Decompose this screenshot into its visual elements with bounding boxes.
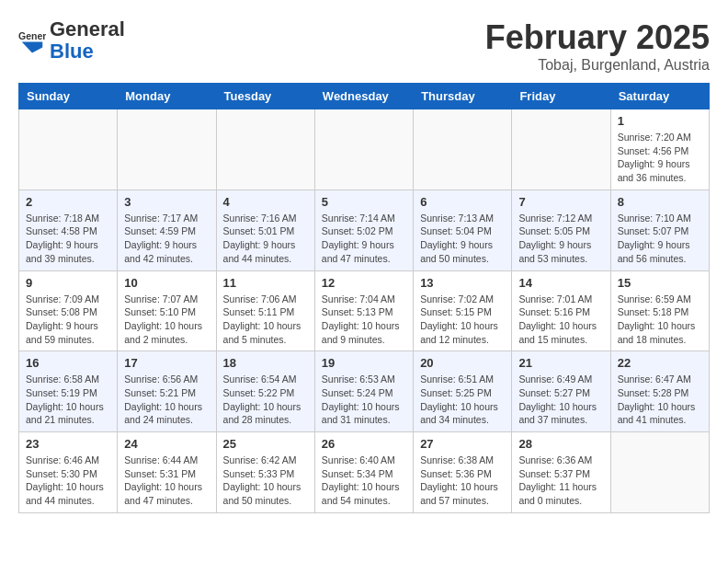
day-info: Sunrise: 6:53 AMSunset: 5:24 PMDaylight:… — [322, 373, 406, 427]
table-cell: 10Sunrise: 7:07 AMSunset: 5:10 PMDayligh… — [118, 270, 216, 351]
day-number: 7 — [518, 195, 603, 209]
day-info: Sunrise: 6:36 AMSunset: 5:37 PMDaylight:… — [518, 454, 603, 508]
header-wednesday: Wednesday — [314, 84, 413, 109]
svg-marker-1 — [22, 42, 43, 53]
table-cell: 6Sunrise: 7:13 AMSunset: 5:04 PMDaylight… — [414, 190, 512, 270]
header-friday: Friday — [512, 84, 610, 109]
table-cell: 21Sunrise: 6:49 AMSunset: 5:27 PMDayligh… — [512, 351, 610, 432]
table-cell — [118, 109, 216, 190]
day-info: Sunrise: 7:17 AMSunset: 4:59 PMDaylight:… — [124, 212, 209, 266]
day-number: 18 — [223, 356, 308, 370]
day-number: 24 — [124, 437, 209, 451]
day-number: 21 — [518, 356, 603, 370]
logo-text: GeneralBlue — [50, 18, 125, 63]
table-cell: 22Sunrise: 6:47 AMSunset: 5:28 PMDayligh… — [610, 351, 709, 432]
table-cell: 8Sunrise: 7:10 AMSunset: 5:07 PMDaylight… — [610, 190, 709, 270]
day-info: Sunrise: 6:56 AMSunset: 5:21 PMDaylight:… — [124, 373, 209, 427]
day-number: 1 — [618, 114, 702, 128]
day-number: 6 — [420, 195, 505, 209]
day-number: 3 — [124, 195, 209, 209]
day-info: Sunrise: 6:49 AMSunset: 5:27 PMDaylight:… — [518, 373, 603, 427]
table-cell: 26Sunrise: 6:40 AMSunset: 5:34 PMDayligh… — [314, 432, 413, 513]
header-monday: Monday — [118, 84, 216, 109]
day-info: Sunrise: 6:44 AMSunset: 5:31 PMDaylight:… — [124, 454, 209, 508]
calendar-header-row: Sunday Monday Tuesday Wednesday Thursday… — [19, 84, 710, 109]
table-cell: 14Sunrise: 7:01 AMSunset: 5:16 PMDayligh… — [512, 270, 610, 351]
logo-icon: General — [18, 27, 46, 54]
table-cell: 7Sunrise: 7:12 AMSunset: 5:05 PMDaylight… — [512, 190, 610, 270]
calendar-week-4: 16Sunrise: 6:58 AMSunset: 5:19 PMDayligh… — [19, 351, 710, 432]
day-number: 10 — [124, 276, 209, 290]
day-number: 26 — [322, 437, 406, 451]
calendar-week-2: 2Sunrise: 7:18 AMSunset: 4:58 PMDaylight… — [19, 190, 710, 270]
title-section: February 2025 Tobaj, Burgenland, Austria — [485, 18, 710, 74]
calendar-table: Sunday Monday Tuesday Wednesday Thursday… — [18, 83, 710, 513]
calendar-week-5: 23Sunrise: 6:46 AMSunset: 5:30 PMDayligh… — [19, 432, 710, 513]
day-info: Sunrise: 7:04 AMSunset: 5:13 PMDaylight:… — [322, 293, 406, 347]
table-cell — [610, 432, 709, 513]
table-cell: 24Sunrise: 6:44 AMSunset: 5:31 PMDayligh… — [118, 432, 216, 513]
table-cell: 13Sunrise: 7:02 AMSunset: 5:15 PMDayligh… — [414, 270, 512, 351]
table-cell: 5Sunrise: 7:14 AMSunset: 5:02 PMDaylight… — [314, 190, 413, 270]
month-title: February 2025 — [485, 18, 710, 57]
svg-text:General: General — [18, 30, 46, 41]
table-cell: 28Sunrise: 6:36 AMSunset: 5:37 PMDayligh… — [512, 432, 610, 513]
day-info: Sunrise: 6:58 AMSunset: 5:19 PMDaylight:… — [26, 373, 110, 427]
table-cell — [216, 109, 314, 190]
table-cell: 17Sunrise: 6:56 AMSunset: 5:21 PMDayligh… — [118, 351, 216, 432]
day-info: Sunrise: 7:01 AMSunset: 5:16 PMDaylight:… — [518, 293, 603, 347]
table-cell: 3Sunrise: 7:17 AMSunset: 4:59 PMDaylight… — [118, 190, 216, 270]
day-info: Sunrise: 7:18 AMSunset: 4:58 PMDaylight:… — [26, 212, 110, 266]
day-number: 27 — [420, 437, 505, 451]
day-info: Sunrise: 6:47 AMSunset: 5:28 PMDaylight:… — [618, 373, 702, 427]
table-cell: 11Sunrise: 7:06 AMSunset: 5:11 PMDayligh… — [216, 270, 314, 351]
table-cell: 20Sunrise: 6:51 AMSunset: 5:25 PMDayligh… — [414, 351, 512, 432]
day-number: 5 — [322, 195, 406, 209]
day-number: 13 — [420, 276, 505, 290]
logo-blue: Blue — [50, 40, 94, 63]
logo: General GeneralBlue — [18, 18, 125, 63]
table-cell — [414, 109, 512, 190]
table-cell: 2Sunrise: 7:18 AMSunset: 4:58 PMDaylight… — [19, 190, 118, 270]
table-cell: 9Sunrise: 7:09 AMSunset: 5:08 PMDaylight… — [19, 270, 118, 351]
header-thursday: Thursday — [414, 84, 512, 109]
day-info: Sunrise: 7:06 AMSunset: 5:11 PMDaylight:… — [223, 293, 308, 347]
table-cell: 4Sunrise: 7:16 AMSunset: 5:01 PMDaylight… — [216, 190, 314, 270]
day-number: 9 — [26, 276, 110, 290]
day-info: Sunrise: 6:54 AMSunset: 5:22 PMDaylight:… — [223, 373, 308, 427]
day-info: Sunrise: 7:02 AMSunset: 5:15 PMDaylight:… — [420, 293, 505, 347]
day-number: 17 — [124, 356, 209, 370]
day-info: Sunrise: 7:07 AMSunset: 5:10 PMDaylight:… — [124, 293, 209, 347]
day-number: 16 — [26, 356, 110, 370]
header-sunday: Sunday — [19, 84, 118, 109]
day-info: Sunrise: 7:20 AMSunset: 4:56 PMDaylight:… — [618, 131, 702, 185]
table-cell: 18Sunrise: 6:54 AMSunset: 5:22 PMDayligh… — [216, 351, 314, 432]
day-info: Sunrise: 6:51 AMSunset: 5:25 PMDaylight:… — [420, 373, 505, 427]
day-info: Sunrise: 7:09 AMSunset: 5:08 PMDaylight:… — [26, 293, 110, 347]
day-info: Sunrise: 7:10 AMSunset: 5:07 PMDaylight:… — [618, 212, 702, 266]
day-info: Sunrise: 6:42 AMSunset: 5:33 PMDaylight:… — [223, 454, 308, 508]
day-info: Sunrise: 6:40 AMSunset: 5:34 PMDaylight:… — [322, 454, 406, 508]
day-number: 23 — [26, 437, 110, 451]
day-info: Sunrise: 6:59 AMSunset: 5:18 PMDaylight:… — [618, 293, 702, 347]
day-number: 8 — [618, 195, 702, 209]
calendar-week-1: 1Sunrise: 7:20 AMSunset: 4:56 PMDaylight… — [19, 109, 710, 190]
table-cell: 23Sunrise: 6:46 AMSunset: 5:30 PMDayligh… — [19, 432, 118, 513]
day-number: 12 — [322, 276, 406, 290]
table-cell — [314, 109, 413, 190]
calendar-week-3: 9Sunrise: 7:09 AMSunset: 5:08 PMDaylight… — [19, 270, 710, 351]
day-info: Sunrise: 7:12 AMSunset: 5:05 PMDaylight:… — [518, 212, 603, 266]
page-header: General GeneralBlue February 2025 Tobaj,… — [18, 18, 710, 74]
day-number: 4 — [223, 195, 308, 209]
table-cell: 19Sunrise: 6:53 AMSunset: 5:24 PMDayligh… — [314, 351, 413, 432]
header-tuesday: Tuesday — [216, 84, 314, 109]
table-cell: 16Sunrise: 6:58 AMSunset: 5:19 PMDayligh… — [19, 351, 118, 432]
day-info: Sunrise: 7:16 AMSunset: 5:01 PMDaylight:… — [223, 212, 308, 266]
day-info: Sunrise: 7:13 AMSunset: 5:04 PMDaylight:… — [420, 212, 505, 266]
day-number: 22 — [618, 356, 702, 370]
day-number: 25 — [223, 437, 308, 451]
day-number: 14 — [518, 276, 603, 290]
table-cell: 25Sunrise: 6:42 AMSunset: 5:33 PMDayligh… — [216, 432, 314, 513]
location-subtitle: Tobaj, Burgenland, Austria — [485, 57, 710, 74]
day-info: Sunrise: 6:46 AMSunset: 5:30 PMDaylight:… — [26, 454, 110, 508]
